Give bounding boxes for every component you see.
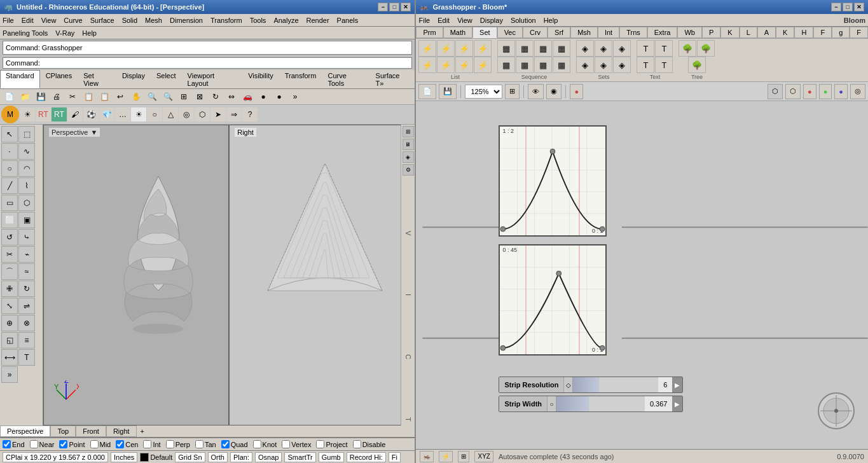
vptab-right[interactable]: Right	[106, 425, 137, 437]
tool-undo[interactable]: ↩	[113, 90, 128, 104]
tool-text[interactable]: T	[18, 349, 35, 366]
tool-sun1[interactable]: ☀	[20, 107, 35, 121]
gh-tab-f2[interactable]: F	[850, 27, 868, 38]
tab-transform[interactable]: Transform	[279, 70, 322, 88]
snap-int[interactable]: Int	[143, 440, 160, 448]
gh-close-btn[interactable]: ✕	[854, 3, 864, 11]
tab-setview[interactable]: Set View	[78, 70, 116, 88]
tool-expand[interactable]: »	[287, 90, 303, 104]
gh-menu-edit[interactable]: Edit	[437, 17, 450, 24]
tool-arrow[interactable]: ➤	[210, 107, 226, 121]
tool-rotate[interactable]: ↻	[208, 90, 223, 104]
gh-save-doc[interactable]: 💾	[439, 84, 457, 99]
tool-save[interactable]: 💾	[33, 90, 48, 104]
tool-brush[interactable]: 🖌	[67, 107, 83, 121]
gh-tab-vec[interactable]: Vec	[497, 27, 523, 38]
gh-btn-s1[interactable]: ▦	[497, 40, 515, 57]
tab-cplanes[interactable]: CPlanes	[40, 70, 78, 88]
tool-sun2[interactable]: ☀	[131, 107, 146, 121]
tool-cone[interactable]: △	[163, 107, 178, 121]
tool-polyline[interactable]: ⌇	[18, 177, 35, 194]
snap-point[interactable]: Point	[59, 440, 85, 448]
menu-view[interactable]: View	[41, 17, 57, 24]
tab-surface-t[interactable]: Surface T»	[370, 70, 415, 88]
gh-preview-green[interactable]: ●	[819, 84, 832, 99]
tab-display[interactable]: Display	[116, 70, 151, 88]
tool-gem[interactable]: 💎	[99, 107, 114, 121]
command-textfield[interactable]	[40, 59, 410, 67]
gh-tab-h[interactable]: H	[794, 27, 813, 38]
gh-zoom-extend[interactable]: ⊞	[505, 84, 520, 99]
gh-btn-tr3[interactable]: 🌳	[688, 57, 706, 73]
gh-preview-sphere[interactable]: ◎	[850, 84, 865, 99]
snap-tan[interactable]: Tan	[195, 440, 216, 448]
tool-paste[interactable]: 📋	[97, 90, 112, 104]
gh-status-icon1[interactable]: 🦗	[420, 451, 434, 462]
tool-gumball[interactable]: ⊕	[1, 315, 18, 331]
tool-more3[interactable]: …	[115, 107, 130, 121]
tool-polygon[interactable]: ⬡	[18, 195, 35, 211]
tool-select-box[interactable]: ⬚	[18, 126, 35, 142]
gh-btn-txt4[interactable]: T	[655, 57, 673, 73]
gh-tab-g[interactable]: g	[832, 27, 850, 38]
gh-btn-s8[interactable]: ▦	[553, 57, 570, 73]
tool-rt2[interactable]: RT	[52, 107, 67, 121]
snap-near[interactable]: Near	[30, 440, 55, 448]
gh-btn-s4[interactable]: ▦	[553, 40, 570, 57]
gh-menu-help[interactable]: Help	[544, 17, 558, 24]
gh-btn-txt1[interactable]: T	[637, 40, 654, 57]
vptab-top[interactable]: Top	[50, 425, 76, 437]
gh-tab-trns[interactable]: Trns	[619, 27, 647, 38]
tool-layer[interactable]: ◱	[1, 332, 18, 349]
tool-rt[interactable]: RT	[36, 107, 51, 121]
tool-fillet[interactable]: ⌒	[1, 263, 18, 280]
viewport-add-btn[interactable]: +	[137, 426, 148, 436]
vs-btn-2[interactable]: 🖥	[403, 139, 414, 150]
strip-width-slider[interactable]: Strip Width ○ 0.367 ▶	[499, 396, 683, 412]
gh-tab-math[interactable]: Math	[443, 27, 472, 38]
menu-vray[interactable]: V-Ray	[55, 29, 74, 37]
menu-dimension[interactable]: Dimension	[170, 17, 203, 24]
snap-knot[interactable]: Knot	[253, 440, 277, 448]
gh-btn-set6[interactable]: ◈	[613, 57, 631, 73]
tool-cylinder[interactable]: ⬡	[195, 107, 210, 121]
plan-toggle[interactable]: Plan:	[230, 452, 252, 462]
gh-tab-k2[interactable]: K	[776, 27, 794, 38]
vs-btn-4[interactable]: ⚙	[403, 164, 414, 176]
gh-status-icon4[interactable]: XYZ	[474, 451, 493, 462]
gh-btn-txt3[interactable]: T	[637, 57, 654, 73]
menu-curve[interactable]: Curve	[64, 17, 82, 24]
gh-tab-l[interactable]: L	[740, 27, 757, 38]
gh-preview-blue[interactable]: ●	[834, 84, 848, 99]
tool-more2[interactable]: ●	[272, 90, 287, 104]
menu-transform[interactable]: Transform	[210, 17, 242, 24]
tool-double-arrow[interactable]: ⇒	[226, 107, 242, 121]
tool-prop[interactable]: ≡	[18, 332, 35, 349]
menu-paneling[interactable]: Paneling Tools	[3, 29, 48, 37]
tool-line[interactable]: ╱	[1, 177, 18, 194]
tool-revolve[interactable]: ↺	[1, 229, 18, 245]
tab-standard[interactable]: Standard	[0, 70, 40, 88]
snap-cen[interactable]: Cen	[116, 440, 138, 448]
gh-tab-int[interactable]: Int	[598, 27, 619, 38]
gh-btn-l1[interactable]: ⚡	[418, 40, 436, 57]
gh-tab-k[interactable]: K	[720, 27, 739, 38]
tool-zoom-in[interactable]: 🔍	[144, 90, 160, 104]
menu-render[interactable]: Render	[307, 17, 329, 24]
osnap-toggle[interactable]: Osnap	[255, 452, 282, 462]
menu-surface[interactable]: Surface	[90, 17, 114, 24]
tool-pan[interactable]: ✋	[128, 90, 144, 104]
gh-btn-l6[interactable]: ⚡	[437, 57, 455, 73]
menu-tools[interactable]: Tools	[250, 17, 266, 24]
gh-new-doc[interactable]: 📄	[418, 84, 436, 99]
gh-tab-set[interactable]: Set	[472, 27, 497, 38]
gh-btn-l3[interactable]: ⚡	[455, 40, 473, 57]
snap-perp[interactable]: Perp	[166, 440, 190, 448]
gh-clear[interactable]: ⬡	[785, 84, 801, 99]
gh-btn-l2[interactable]: ⚡	[437, 40, 455, 57]
tool-arc[interactable]: ◠	[18, 160, 35, 177]
gh-minimize-btn[interactable]: −	[831, 3, 841, 11]
tool-pt[interactable]: ·	[1, 143, 18, 160]
gh-status-icon2[interactable]: ⚡	[439, 451, 453, 462]
gh-canvas[interactable]: 1 : 2 0 : 1	[416, 101, 868, 449]
